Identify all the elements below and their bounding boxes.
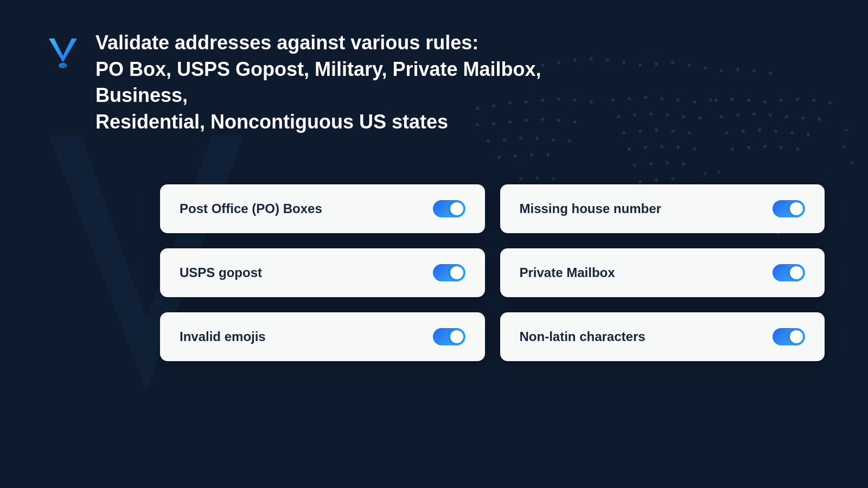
svg-point-12 (736, 68, 739, 71)
toggle-usps-gopost[interactable] (433, 264, 465, 281)
svg-point-37 (514, 155, 517, 158)
svg-point-4 (606, 58, 609, 61)
toggle-private-mailbox[interactable] (773, 264, 805, 281)
card-po-boxes: Post Office (PO) Boxes (160, 184, 485, 233)
svg-point-80 (747, 146, 750, 149)
svg-point-71 (801, 117, 805, 120)
svg-point-14 (769, 72, 772, 75)
svg-point-66 (720, 115, 723, 118)
card-invalid-emojis: Invalid emojis (160, 312, 485, 361)
svg-point-88 (693, 147, 696, 151)
toggle-thumb (450, 330, 463, 343)
svg-point-47 (617, 115, 620, 118)
svg-point-84 (628, 147, 631, 151)
card-missing-house-number: Missing house number (500, 184, 825, 233)
toggle-thumb (450, 266, 463, 279)
svg-point-62 (780, 99, 783, 102)
svg-point-87 (676, 146, 680, 149)
svg-point-86 (660, 145, 663, 148)
svg-point-35 (568, 139, 571, 143)
svg-point-32 (519, 137, 522, 140)
svg-point-33 (535, 137, 539, 140)
svg-point-67 (736, 113, 739, 117)
svg-point-121 (843, 145, 845, 148)
toggle-thumb (450, 202, 463, 215)
svg-point-49 (649, 112, 653, 115)
card-private-mailbox: Private Mailbox (500, 248, 825, 297)
svg-point-73 (725, 131, 729, 134)
svg-point-40 (611, 99, 615, 102)
header-line3: Residential, Noncontiguous US states (95, 109, 584, 136)
svg-point-5 (622, 61, 626, 64)
svg-point-3 (590, 57, 593, 60)
svg-point-92 (682, 162, 685, 165)
svg-point-63 (796, 98, 799, 101)
toggle-thumb (790, 266, 803, 279)
svg-point-99 (535, 176, 539, 179)
svg-point-8 (671, 61, 674, 64)
toggle-invalid-emojis[interactable] (433, 328, 465, 345)
svg-point-54 (639, 130, 642, 133)
svg-point-42 (644, 96, 647, 99)
svg-point-120 (845, 129, 848, 132)
svg-point-9 (687, 63, 691, 67)
svg-point-36 (497, 156, 501, 159)
svg-point-44 (676, 99, 680, 102)
header-line2: PO Box, USPS Gopost, Military, Private M… (95, 56, 584, 109)
svg-point-122 (851, 162, 853, 164)
svg-point-83 (796, 147, 799, 151)
toggle-po-boxes[interactable] (433, 200, 465, 217)
svg-point-50 (666, 113, 669, 117)
svg-point-82 (780, 146, 783, 149)
card-label-private-mailbox: Private Mailbox (520, 265, 615, 280)
card-label-po-boxes: Post Office (PO) Boxes (180, 201, 322, 216)
svg-point-43 (660, 97, 663, 100)
svg-point-79 (731, 147, 734, 151)
svg-point-89 (633, 164, 636, 167)
svg-point-70 (785, 115, 788, 118)
svg-point-45 (693, 100, 696, 104)
svg-point-51 (682, 115, 685, 118)
svg-point-60 (747, 99, 750, 102)
svg-point-98 (519, 177, 522, 181)
svg-point-65 (828, 101, 832, 105)
toggle-missing-house-number[interactable] (773, 200, 805, 217)
svg-point-30 (487, 139, 490, 143)
svg-point-94 (655, 178, 658, 182)
svg-point-46 (709, 99, 712, 102)
svg-point-13 (752, 69, 756, 72)
svg-point-48 (633, 113, 636, 117)
svg-point-41 (628, 97, 631, 100)
svg-point-72 (818, 118, 821, 121)
svg-point-55 (655, 129, 658, 132)
svg-point-76 (774, 130, 777, 133)
svg-point-11 (720, 69, 723, 72)
logo (43, 32, 82, 71)
svg-point-90 (649, 162, 653, 165)
svg-point-64 (812, 99, 815, 102)
svg-point-6 (639, 63, 642, 67)
card-usps-gopost: USPS gopost (160, 248, 485, 297)
svg-point-39 (546, 153, 550, 156)
svg-point-57 (687, 131, 691, 134)
toggle-non-latin-characters[interactable] (773, 328, 805, 345)
svg-point-53 (622, 131, 626, 134)
svg-point-95 (671, 177, 674, 181)
svg-point-68 (752, 112, 756, 115)
card-label-missing-house-number: Missing house number (520, 201, 661, 216)
header-line1: Validate addresses against various rules… (95, 30, 584, 56)
svg-point-31 (503, 138, 506, 142)
svg-point-22 (590, 100, 593, 104)
svg-point-34 (552, 138, 555, 142)
svg-point-127 (718, 171, 720, 174)
svg-point-81 (763, 145, 767, 148)
svg-point-126 (704, 172, 707, 175)
toggle-thumb (790, 330, 803, 343)
header-section: Validate addresses against various rules… (43, 30, 584, 135)
toggle-thumb (790, 202, 803, 215)
svg-point-59 (731, 98, 734, 101)
header-text: Validate addresses against various rules… (95, 30, 584, 135)
svg-point-91 (666, 161, 669, 164)
svg-point-38 (530, 153, 533, 156)
card-non-latin-characters: Non-latin characters (500, 312, 825, 361)
